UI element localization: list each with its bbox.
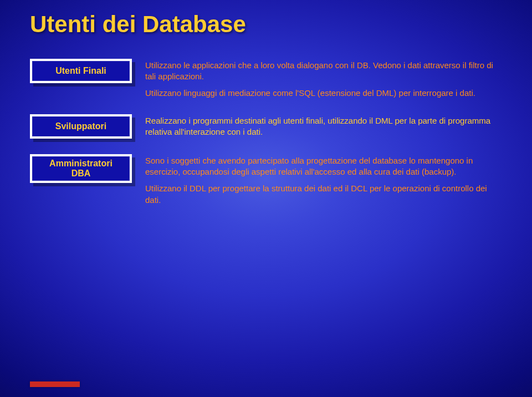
paragraph: Realizzano i programmi destinati agli ut… [145, 115, 497, 138]
desc-sviluppatori: Realizzano i programmi destinati agli ut… [145, 114, 502, 138]
paragraph: Utilizzano il DDL per progettare la stru… [145, 183, 497, 205]
slide-title: Utenti dei Database [30, 11, 502, 38]
paragraph: Utilizzano le applicazioni che a loro vo… [145, 60, 497, 82]
pill-box: Sviluppatori [30, 114, 132, 139]
footer-accent-bar [30, 381, 80, 387]
paragraph: Sono i soggetti che avendo partecipato a… [145, 155, 497, 177]
row-utenti-finali: Utenti Finali Utilizzano le applicazioni… [30, 59, 502, 99]
pill-label-amministratori: Amministratori DBA [49, 159, 112, 179]
row-amministratori: Amministratori DBA Sono i soggetti che a… [30, 154, 502, 205]
row-sviluppatori: Sviluppatori Realizzano i programmi dest… [30, 114, 502, 139]
desc-amministratori: Sono i soggetti che avendo partecipato a… [145, 154, 502, 205]
pill-box: Utenti Finali [30, 59, 132, 83]
pill-label-sviluppatori: Sviluppatori [55, 121, 106, 131]
pill-sviluppatori: Sviluppatori [30, 114, 132, 139]
pill-label-utenti-finali: Utenti Finali [55, 66, 106, 76]
pill-box: Amministratori DBA [30, 154, 132, 183]
pill-utenti-finali: Utenti Finali [30, 59, 132, 83]
paragraph: Utilizzano linguaggi di mediazione come … [145, 88, 497, 99]
pill-amministratori: Amministratori DBA [30, 154, 132, 183]
slide: Utenti dei Database Utenti Finali Utiliz… [0, 0, 532, 397]
desc-utenti-finali: Utilizzano le applicazioni che a loro vo… [145, 59, 502, 99]
